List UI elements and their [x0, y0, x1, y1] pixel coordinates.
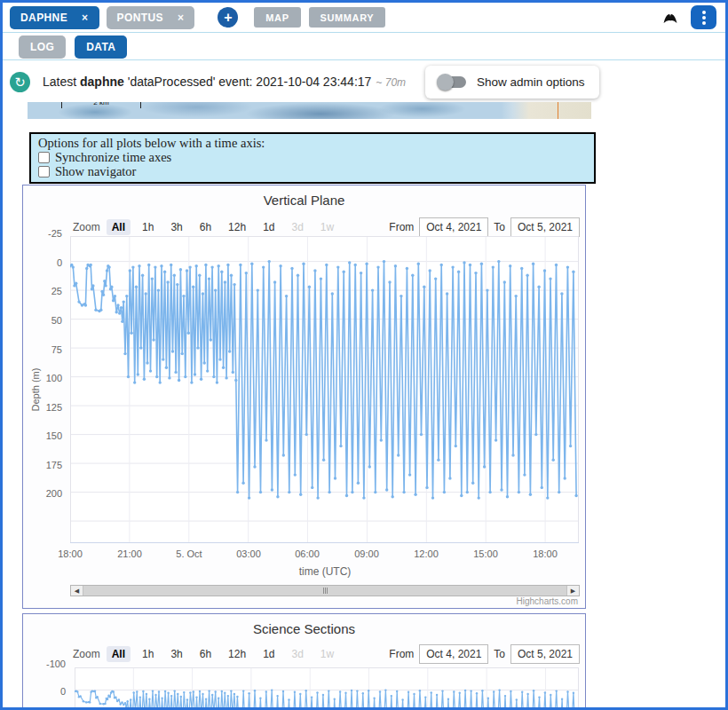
depth-series[interactable]	[70, 236, 579, 543]
map-preview[interactable]: 2 km	[28, 102, 591, 119]
zoom-label: Zoom	[73, 221, 100, 233]
highcharts-credit[interactable]: Highcharts.com	[517, 596, 578, 606]
y-tick: 0	[36, 257, 62, 268]
y-tick: 150	[36, 430, 62, 441]
close-icon[interactable]: ×	[178, 12, 184, 24]
zoom-1w-button: 1w	[315, 219, 339, 235]
option-show-navigator: Show navigator	[38, 165, 587, 178]
page: { "window": {"border_color": "#2b72d9"},…	[0, 0, 728, 710]
admin-options-toggle[interactable]	[439, 76, 466, 88]
toggle-knob[interactable]	[437, 74, 454, 91]
route-line	[558, 102, 558, 119]
summary-button[interactable]: SUMMARY	[309, 7, 386, 28]
zoom-12h-button[interactable]: 12h	[223, 219, 251, 235]
y-tick: 175	[36, 460, 62, 470]
zoom-1h-button[interactable]: 1h	[137, 219, 159, 235]
zoom-3h-button[interactable]: 3h	[165, 219, 187, 235]
vehicle-tab-daphne[interactable]: DAPHNE ×	[10, 6, 99, 29]
y-tick: 0	[36, 686, 66, 697]
zoom-3d-button: 3d	[287, 219, 309, 235]
close-icon[interactable]: ×	[82, 12, 88, 24]
y-tick: 50	[36, 315, 62, 326]
from-label: From	[389, 221, 414, 233]
range-selector: Zoom All 1h 3h 6h 12h 1d 3d 1w	[73, 646, 339, 662]
scroll-right-arrow[interactable]: ▶	[566, 586, 579, 596]
x-tick: 15:00	[473, 548, 498, 559]
zoom-6h-button[interactable]: 6h	[194, 219, 217, 235]
chart-title: Science Sections	[23, 621, 585, 636]
zoom-6h-button[interactable]: 6h	[194, 646, 217, 662]
plot-area[interactable]	[70, 236, 579, 543]
y-tick: 125	[36, 402, 62, 413]
map-button[interactable]: MAP	[254, 7, 300, 28]
vehicle-tab-label: PONTUS	[117, 12, 163, 24]
vehicle-name: daphne	[80, 75, 124, 89]
sync-time-axes-checkbox[interactable]	[38, 152, 50, 163]
vertical-plane-chart: Vertical Plane Zoom All 1h 3h 6h 12h 1d …	[22, 185, 586, 609]
date-range-inputs: From Oct 4, 2021 To Oct 5, 2021	[389, 644, 580, 664]
x-tick: 5. Oct	[176, 548, 202, 559]
depth-series[interactable]	[75, 667, 579, 710]
plot-area[interactable]	[75, 667, 579, 710]
zoom-3h-button[interactable]: 3h	[165, 646, 187, 662]
y-tick: -25	[36, 228, 62, 239]
from-date-input[interactable]: Oct 4, 2021	[419, 644, 488, 664]
checkbox-label: Synchronize time axes	[55, 151, 171, 164]
to-date-input[interactable]: Oct 5, 2021	[510, 217, 580, 237]
chart-title: Vertical Plane	[23, 193, 585, 208]
to-label: To	[494, 648, 505, 660]
to-date-input[interactable]: Oct 5, 2021	[510, 644, 580, 664]
zoom-1d-button[interactable]: 1d	[257, 646, 280, 662]
x-tick: 12:00	[414, 548, 439, 559]
status-prefix: Latest	[43, 75, 76, 89]
admin-options-card: Show admin options	[425, 66, 599, 99]
event-age: ~ 70m	[376, 76, 406, 89]
scroll-left-arrow[interactable]: ◀	[71, 586, 83, 596]
latest-event-text: Latest daphne 'dataProcessed' event: 202…	[43, 75, 406, 89]
zoom-1w-button: 1w	[315, 646, 339, 662]
y-tick: 200	[36, 488, 62, 499]
range-selector: Zoom All 1h 3h 6h 12h 1d 3d 1w	[73, 219, 339, 235]
from-label: From	[389, 648, 414, 660]
show-navigator-checkbox[interactable]	[38, 166, 50, 178]
y-tick: -100	[36, 659, 66, 669]
zoom-12h-button[interactable]: 12h	[223, 646, 251, 662]
time-scrollbar[interactable]: ◀ ▶	[70, 585, 580, 596]
x-tick: 18:00	[533, 548, 558, 559]
view-tabs: LOG DATA	[19, 36, 127, 59]
options-heading: Options for all plots below with a time …	[38, 137, 587, 150]
x-tick: 06:00	[295, 548, 320, 559]
event-timestamp: 2021-10-04 23:44:17	[256, 75, 371, 89]
divider	[3, 59, 725, 60]
toolbar: DAPHNE × PONTUS × + MAP SUMMARY	[3, 3, 725, 32]
event-label: 'dataProcessed' event:	[128, 75, 253, 89]
refresh-icon[interactable]: ↻	[10, 72, 30, 92]
map-scale-label: 2 km	[93, 102, 108, 106]
zoom-label: Zoom	[73, 648, 100, 660]
tab-data[interactable]: DATA	[75, 36, 127, 59]
whale-tail-icon	[662, 10, 678, 25]
zoom-1d-button[interactable]: 1d	[257, 219, 280, 235]
from-date-input[interactable]: Oct 4, 2021	[419, 217, 488, 237]
option-sync-time-axes: Synchronize time axes	[38, 151, 587, 164]
zoom-all-button[interactable]: All	[107, 219, 131, 235]
date-range-inputs: From Oct 4, 2021 To Oct 5, 2021	[389, 217, 580, 237]
x-tick: 03:00	[236, 548, 261, 559]
add-vehicle-button[interactable]: +	[218, 7, 238, 28]
tab-log[interactable]: LOG	[19, 36, 66, 59]
to-label: To	[494, 221, 505, 233]
status-bar: ↻ Latest daphne 'dataProcessed' event: 2…	[3, 61, 725, 102]
x-tick: 21:00	[117, 548, 142, 559]
y-tick: 100	[36, 373, 62, 383]
scrollbar-thumb[interactable]	[83, 586, 566, 596]
kebab-menu-button[interactable]	[691, 5, 716, 29]
zoom-1h-button[interactable]: 1h	[137, 646, 159, 662]
y-tick: 25	[36, 286, 62, 296]
zoom-all-button[interactable]: All	[107, 646, 131, 662]
vehicle-tab-label: DAPHNE	[20, 12, 67, 24]
vehicle-tab-pontus[interactable]: PONTUS ×	[107, 6, 195, 29]
y-tick: 75	[36, 344, 62, 355]
checkbox-label: Show navigator	[55, 165, 136, 178]
divider	[3, 32, 725, 33]
x-tick: 18:00	[58, 548, 83, 559]
